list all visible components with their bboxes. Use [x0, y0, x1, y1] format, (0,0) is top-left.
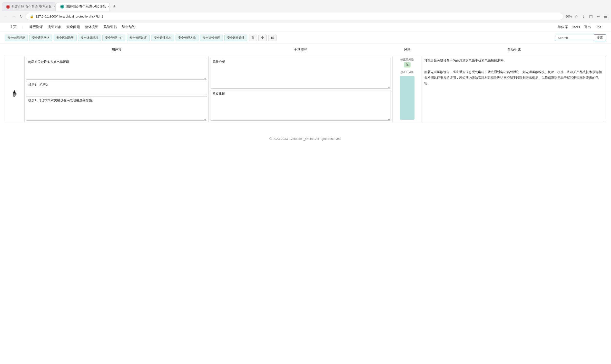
- risk-before-label: 修正前风险: [400, 58, 414, 61]
- tab-close-asset[interactable]: ×: [54, 5, 56, 9]
- filter-ops-mgmt[interactable]: 安全运维管理: [224, 35, 247, 41]
- risk-after-label: 修正后风险: [400, 70, 414, 74]
- search-button[interactable]: 搜索: [594, 34, 606, 41]
- tab-risk[interactable]: 测评在线-有个系统-风险评估 ×: [56, 2, 110, 11]
- nav-logout[interactable]: 退出: [584, 25, 591, 29]
- filter-mgmt-center[interactable]: 安全管理中心: [102, 35, 125, 41]
- url-box[interactable]: 🔒 127.0.0.1:8000/hierarchical_protection…: [26, 13, 563, 20]
- security-icon: 🔒: [30, 15, 34, 18]
- filter-compute[interactable]: 安全计算环境: [78, 35, 101, 41]
- tab-close-risk[interactable]: ×: [108, 5, 110, 9]
- filter-low[interactable]: 低: [268, 35, 277, 41]
- address-bar: ← → ↻ 🔒 127.0.0.1:8000/hierarchical_prot…: [0, 11, 611, 22]
- nav-home[interactable]: 主页: [10, 25, 17, 29]
- risk-before-badge: 低: [404, 62, 411, 67]
- nav-summary[interactable]: 综合结论: [122, 25, 135, 29]
- app-nav: 主页 | 等级测评 测评对象 安全问题 整体测评 风险评估 综合结论 单位库 u…: [0, 22, 611, 32]
- forward-button[interactable]: →: [11, 13, 17, 20]
- nav-user[interactable]: user1: [572, 25, 580, 29]
- app-nav-left: 主页 | 等级测评 测评对象 安全问题 整体测评 风险评估 综合结论: [10, 25, 135, 29]
- nav-security-issue[interactable]: 安全问题: [66, 25, 80, 29]
- eval-item-2[interactable]: 机房1、机房2: [26, 81, 207, 95]
- footer-text: © 2023-2033 Evaluation_Online.All rights…: [269, 137, 342, 141]
- filter-high[interactable]: 高: [249, 35, 257, 41]
- download-button[interactable]: ⇓: [581, 13, 586, 20]
- eval-item-1-text: b)应对关键设备实施电磁屏蔽。: [28, 60, 72, 64]
- url-text: 127.0.0.1:8000/hierarchical_protection/r…: [36, 15, 103, 18]
- history-back-button[interactable]: ↩: [596, 13, 601, 20]
- filter-bar: 安全物理环境 安全通信网络 安全区域边界 安全计算环境 安全管理中心 安全管理制…: [0, 32, 611, 44]
- add-tab-button[interactable]: +: [110, 2, 119, 11]
- manual-item-1-text: 风险分析: [212, 60, 225, 64]
- menu-button[interactable]: ☰: [603, 13, 608, 20]
- svg-point-0: [7, 6, 9, 8]
- nav-risk-eval[interactable]: 风险评估: [103, 25, 117, 29]
- resize-handle-m2: [388, 117, 390, 120]
- nav-divider: |: [22, 25, 23, 29]
- page-footer: © 2023-2033 Evaluation_Online.All rights…: [0, 132, 611, 145]
- risk-bar: [400, 76, 414, 120]
- manual-col: 风险分析 整改建议: [209, 56, 393, 122]
- main-content: 测评项 手动重构 风险 自动生成 电磁防护 b)应对关键设备实施电磁屏蔽。 机房…: [0, 47, 611, 122]
- header-auto: 自动生成: [422, 47, 606, 53]
- browser-chrome: 测评在线-有个系统-资产对象 × 测评在线-有个系统-风险评估 × + ← → …: [0, 0, 611, 22]
- app-nav-right: 单位库 user1 退出 Tips: [558, 25, 601, 29]
- auto-gen-col[interactable]: 可能导致关键设备中的信息遭到电磁干扰和电磁辐射泄密。 部署电磁屏蔽设备，防止重要…: [422, 56, 606, 122]
- browser-actions: 90% ☆ ⇓ ◫ ↩ ☰: [565, 13, 608, 20]
- resize-handle-m1: [388, 86, 390, 88]
- reload-button[interactable]: ↻: [19, 13, 24, 20]
- nav-overall-eval[interactable]: 整体测评: [85, 25, 98, 29]
- nav-tips[interactable]: Tips: [595, 25, 601, 29]
- resize-handle-2: [204, 92, 206, 94]
- table-row: 电磁防护 b)应对关键设备实施电磁屏蔽。 机房1、机房2 机房1、机房2未对关键…: [5, 56, 606, 122]
- nav-unit-lib[interactable]: 单位库: [558, 25, 568, 29]
- eval-items-col: b)应对关键设备实施电磁屏蔽。 机房1、机房2 机房1、机房2未对关键设备采取电…: [25, 56, 209, 122]
- resize-handle-1: [204, 77, 206, 79]
- filter-mgmt-org[interactable]: 安全管理机构: [151, 35, 174, 41]
- zoom-text: 90%: [565, 15, 572, 18]
- nav-level-eval[interactable]: 等级测评: [29, 25, 43, 29]
- tab-label-risk: 测评在线-有个系统-风险评估: [66, 4, 106, 9]
- header-manual: 手动重构: [209, 47, 393, 53]
- tab-asset[interactable]: 测评在线-有个系统-资产对象 ×: [2, 2, 56, 11]
- manual-item-2-text: 整改建议: [212, 92, 225, 95]
- back-button[interactable]: ←: [3, 13, 9, 20]
- resize-handle-auto: [603, 119, 605, 121]
- svg-point-1: [61, 6, 63, 8]
- filter-build-mgmt[interactable]: 安全建设管理: [200, 35, 223, 41]
- tab-icon-risk: [60, 5, 64, 9]
- header-risk: 风险: [393, 47, 422, 53]
- filter-mgmt-person[interactable]: 安全管理人员: [175, 35, 199, 41]
- search-box: 搜索: [555, 34, 606, 41]
- star-button[interactable]: ☆: [574, 13, 579, 20]
- tab-icon-asset: [6, 5, 10, 9]
- manual-item-2[interactable]: 整改建议: [210, 90, 391, 121]
- resize-handle-3: [204, 117, 206, 120]
- header-label: [5, 47, 24, 53]
- nav-eval-target[interactable]: 测评对象: [48, 25, 61, 29]
- search-input[interactable]: [555, 35, 594, 41]
- manual-item-1[interactable]: 风险分析: [210, 58, 391, 89]
- filter-zone[interactable]: 安全区域边界: [54, 35, 77, 41]
- row-label: 电磁防护: [5, 56, 25, 122]
- auto-gen-text: 可能导致关键设备中的信息遭到电磁干扰和电磁辐射泄密。 部署电磁屏蔽设备，防止重要…: [424, 59, 602, 85]
- filter-physical[interactable]: 安全物理环境: [5, 35, 28, 41]
- risk-col: 修正前风险 低 修正后风险: [393, 56, 422, 122]
- table-header: 测评项 手动重构 风险 自动生成: [5, 47, 606, 55]
- filter-mgmt-system[interactable]: 安全管理制度: [127, 35, 150, 41]
- tab-label-asset: 测评在线-有个系统-资产对象: [12, 5, 52, 9]
- eval-item-1[interactable]: b)应对关键设备实施电磁屏蔽。: [26, 58, 207, 80]
- header-eval-item: 测评项: [24, 47, 209, 53]
- filter-mid[interactable]: 中: [258, 35, 267, 41]
- eval-item-3-text: 机房1、机房2未对关键设备采取电磁屏蔽措施。: [28, 98, 95, 102]
- tab-bar: 测评在线-有个系统-资产对象 × 测评在线-有个系统-风险评估 × +: [0, 0, 611, 11]
- extensions-button[interactable]: ◫: [588, 13, 594, 20]
- eval-item-2-text: 机房1、机房2: [28, 83, 48, 87]
- eval-item-3[interactable]: 机房1、机房2未对关键设备采取电磁屏蔽措施。: [26, 96, 207, 121]
- filter-network[interactable]: 安全通信网络: [29, 35, 52, 41]
